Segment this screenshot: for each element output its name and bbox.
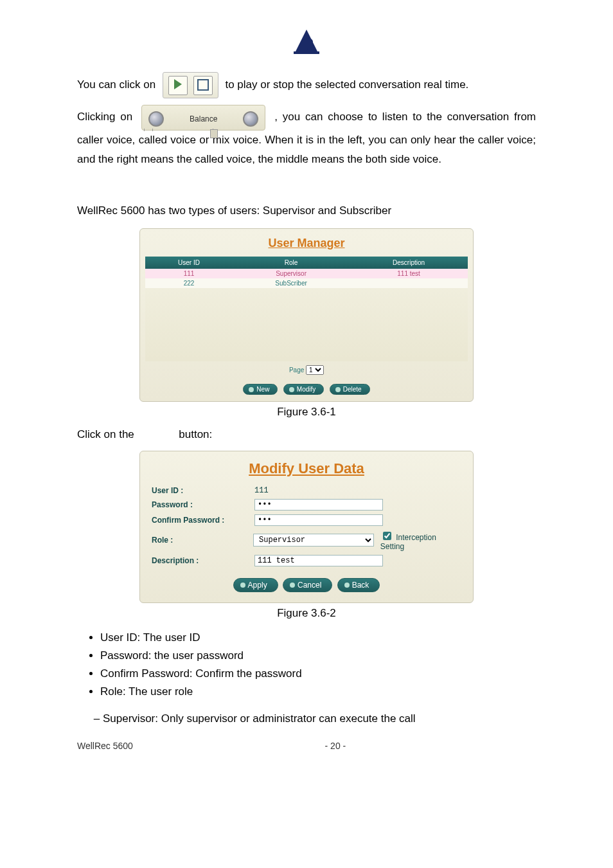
col-role: Role [233, 257, 350, 269]
modify-user-title: Modify User Data [152, 460, 461, 477]
paragraph-play-stop: You can click on to play or stop the sel… [77, 72, 536, 98]
user-manager-title: User Manager [145, 237, 468, 250]
footer-page: - 20 - [325, 741, 346, 751]
speaker-left-icon [148, 111, 164, 127]
confirm-password-field[interactable] [254, 514, 383, 526]
figure-caption-1: Figure 3.6-1 [77, 406, 536, 419]
label-user-id: User ID : [152, 486, 254, 495]
label-role: Role : [152, 536, 253, 545]
cell: 222 [145, 278, 233, 288]
new-button[interactable]: New [243, 384, 278, 395]
col-description: Description [350, 257, 468, 269]
label-description: Description : [152, 556, 254, 565]
paragraph-balance: Clicking on Balance , you can choose to … [77, 105, 536, 169]
text: to play or stop the selected conversatio… [225, 78, 468, 91]
list-item: Password: the user password [100, 647, 536, 665]
role-sublist: Supervisor: Only supervisor or administr… [77, 710, 536, 728]
cancel-button[interactable]: Cancel [283, 578, 332, 592]
figure-caption-2: Figure 3.6-2 [77, 607, 536, 620]
stop-button[interactable] [193, 76, 213, 95]
slider-thumb-icon [210, 129, 218, 138]
text: button: [179, 428, 212, 440]
list-item: Confirm Password: Confirm the password [100, 665, 536, 683]
modify-user-panel: Modify User Data User ID : 111 Password … [139, 451, 474, 603]
text: Click on the [77, 428, 134, 440]
interception-checkbox-label[interactable]: Interception Setting [380, 530, 461, 551]
cell: SubScriber [233, 278, 350, 288]
svg-rect-0 [294, 51, 319, 54]
col-user-id: User ID [145, 257, 233, 269]
speaker-right-icon [243, 111, 258, 127]
balance-label: Balance [190, 109, 217, 129]
play-icon [174, 79, 182, 89]
list-item: Supervisor: Only supervisor or administr… [103, 710, 536, 728]
footer-product: WellRec 5600 [77, 741, 325, 751]
table-row[interactable]: 222 SubScriber [145, 278, 468, 288]
modify-button[interactable]: Modify [283, 384, 324, 395]
table-row[interactable]: 111 Supervisor 111 test [145, 269, 468, 278]
label-password: Password : [152, 500, 254, 509]
delete-button[interactable]: Delete [330, 384, 370, 395]
play-button[interactable] [168, 76, 188, 95]
play-stop-control-image [163, 72, 218, 98]
cell: 111 [145, 269, 233, 278]
value-user-id: 111 [254, 486, 269, 495]
brand-logo-icon [289, 26, 324, 57]
user-manager-panel: User Manager User ID Role Description 11… [139, 228, 474, 402]
pager-label: Page [289, 366, 304, 374]
interception-checkbox[interactable] [383, 532, 391, 540]
back-button[interactable]: Back [337, 578, 380, 592]
password-field[interactable] [254, 499, 383, 511]
list-item: Role: The user role [100, 683, 536, 701]
pager-select[interactable]: 1 [306, 365, 324, 375]
text: You can click on [77, 78, 159, 91]
text: Clicking on [77, 111, 138, 123]
section-intro: WellRec 5600 has two types of users: Sup… [77, 201, 536, 221]
click-on-line: Click on the button: [77, 425, 536, 444]
stop-icon [197, 79, 209, 91]
cell: Supervisor [233, 269, 350, 278]
role-select[interactable]: Supervisor [253, 534, 374, 547]
pager: Page 1 [145, 361, 468, 379]
cell [350, 278, 468, 288]
cell: 111 test [350, 269, 468, 278]
balance-control-image: Balance [141, 105, 265, 131]
user-manager-table: User ID Role Description 111 Supervisor … [145, 257, 468, 361]
description-field[interactable] [254, 555, 383, 566]
label-confirm-password: Confirm Password : [152, 516, 254, 525]
apply-button[interactable]: Apply [233, 578, 278, 592]
field-descriptions-list: User ID: The user ID Password: the user … [77, 629, 536, 701]
list-item: User ID: The user ID [100, 629, 536, 647]
